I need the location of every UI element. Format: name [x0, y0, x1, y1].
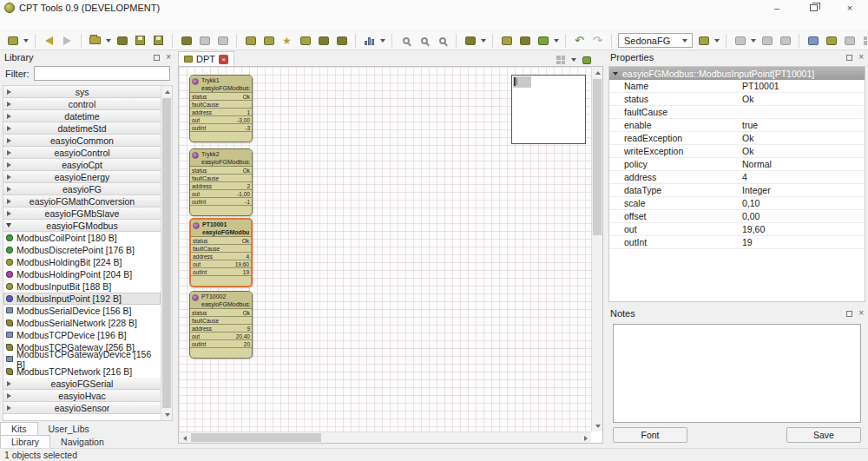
zoom-in-button[interactable] [397, 32, 415, 49]
transfer-button[interactable] [241, 32, 260, 49]
scroll-thumb[interactable] [191, 433, 321, 442]
library-item[interactable]: ModbusInputBit [188 B] [3, 280, 161, 293]
library-item[interactable]: ModbusTCPGatewayDevice [156 B] [3, 353, 161, 366]
property-row[interactable]: writeException Ok [609, 145, 865, 158]
scroll-up-icon[interactable] [161, 86, 173, 97]
document-tab-dpt[interactable]: DPT × [178, 51, 234, 66]
edit-button[interactable] [195, 32, 214, 49]
property-row[interactable]: enable true [609, 119, 865, 132]
link-add-button[interactable] [534, 32, 552, 49]
library-item[interactable]: ModbusCoilPoint [180 B] [3, 232, 161, 244]
close-button[interactable]: × [832, 0, 868, 16]
refresh-button[interactable] [731, 32, 749, 49]
cloud-button[interactable] [332, 32, 351, 49]
unlink-button[interactable] [516, 32, 534, 49]
scroll-down-icon[interactable] [161, 409, 173, 420]
back-button[interactable] [40, 32, 58, 49]
function-block-trykk1[interactable]: Trykk1 easyioFGModbus::M statusOkfaultCa… [189, 75, 253, 142]
actual-size-button[interactable] [840, 32, 858, 49]
function-block-trykk2[interactable]: Trykk2 easyioFGModbus::M statusOkfaultCa… [189, 148, 253, 216]
property-row[interactable]: out 19,60 [609, 223, 865, 236]
function-block-pt10001[interactable]: PT10001 easyioFGModbus: statusOkfaultCau… [189, 218, 253, 287]
library-group[interactable]: easyioControl [3, 147, 161, 159]
library-group[interactable]: datetimeStd [3, 122, 161, 135]
clean-button[interactable] [776, 32, 794, 49]
refresh-kits-button[interactable] [296, 32, 314, 49]
new-drawing-caret-icon[interactable] [23, 39, 29, 43]
property-row[interactable]: offset 0,00 [609, 210, 865, 223]
close-tab-icon[interactable]: × [219, 55, 228, 64]
download-button[interactable] [822, 32, 840, 49]
save-notes-button[interactable]: Save [786, 427, 861, 443]
scroll-thumb[interactable] [593, 79, 602, 235]
library-scrollbar[interactable] [161, 86, 172, 420]
scroll-right-icon[interactable] [580, 432, 591, 444]
library-item[interactable]: ModbusHoldingPoint [204 B] [3, 268, 161, 280]
notes-textarea[interactable] [613, 324, 861, 423]
scroll-up-icon[interactable] [592, 67, 603, 78]
new-drawing-button[interactable] [3, 32, 22, 49]
refresh-caret-icon[interactable] [751, 39, 756, 43]
library-group[interactable]: easyioSensor [3, 402, 161, 414]
property-row[interactable]: policy Normal [609, 158, 865, 171]
wiresheet-canvas[interactable]: Trykk1 easyioFGModbus::M statusOkfaultCa… [179, 67, 591, 431]
canvas-mode-icon[interactable] [582, 56, 591, 64]
library-group[interactable]: easyioCpt [3, 159, 161, 171]
library-group[interactable]: easyioHvac [3, 390, 161, 402]
device-kit-select[interactable]: SedonaFG [618, 33, 693, 48]
open-button[interactable] [86, 32, 104, 49]
library-group[interactable]: easyioEnergy [3, 171, 161, 183]
canvas-vertical-scrollbar[interactable] [591, 67, 602, 431]
float-panel-icon[interactable] [846, 55, 852, 61]
side-panel-tab[interactable]: Library [0, 435, 50, 448]
library-group[interactable]: easyioFGMbSlave [3, 207, 161, 220]
property-row[interactable]: outInt 19 [609, 236, 865, 249]
library-item[interactable]: ModbusSerialNetwork [228 B] [3, 317, 161, 329]
tools-caret-icon[interactable] [481, 39, 486, 43]
property-row[interactable]: address 4 [609, 171, 865, 184]
link-mode-button[interactable] [497, 32, 516, 49]
library-item[interactable]: ModbusTCPDevice [196 B] [3, 329, 161, 341]
canvas-options-caret-icon[interactable] [571, 58, 576, 62]
side-panel-tab[interactable]: Navigation [50, 435, 115, 448]
library-group[interactable]: control [3, 98, 161, 110]
canvas-options-icon[interactable] [556, 56, 565, 64]
canvas-horizontal-scrollbar[interactable] [179, 431, 591, 443]
float-panel-icon[interactable] [154, 55, 160, 61]
print-button[interactable] [214, 32, 232, 49]
library-group[interactable]: easyioFGSerial [3, 378, 161, 390]
undo-button[interactable] [570, 32, 589, 49]
tools-button[interactable] [461, 32, 479, 49]
library-subtab[interactable]: Kits [0, 422, 38, 435]
library-group[interactable]: easyioCommon [3, 135, 161, 147]
grid-button[interactable] [858, 32, 868, 49]
library-group[interactable]: easyioFGMathConversion [3, 195, 161, 207]
link-device-button[interactable] [177, 32, 195, 49]
minimize-button[interactable]: – [759, 0, 795, 16]
library-group[interactable]: datetime [3, 110, 161, 122]
library-group[interactable]: easyioFGModbus [3, 220, 161, 232]
save-button[interactable] [131, 32, 149, 49]
forward-button[interactable] [58, 32, 76, 49]
property-row[interactable]: status Ok [609, 93, 865, 106]
restore-button[interactable] [795, 0, 832, 16]
property-row[interactable]: Name PT10001 [609, 80, 865, 93]
library-item[interactable]: ModbusHoldingBit [224 B] [3, 256, 161, 268]
connect-button[interactable] [113, 32, 131, 49]
palette-button[interactable] [694, 32, 713, 49]
font-button[interactable]: Font [613, 427, 687, 443]
function-block-pt10002[interactable]: PT10002 easyioFGModbus::M statusOkfaultC… [189, 291, 253, 359]
property-row[interactable]: scale 0,10 [609, 197, 865, 210]
pencil-button[interactable] [804, 32, 822, 49]
property-row[interactable]: dataType Integer [609, 184, 865, 197]
property-row[interactable]: faultCause [609, 106, 865, 119]
library-group[interactable]: easyioFG [3, 183, 161, 195]
property-row[interactable]: readException Ok [609, 132, 865, 145]
selected-component-header[interactable]: easyioFGModbus::ModbusInputPoint[PT10001… [609, 67, 865, 80]
library-item[interactable]: ModbusDiscretePoint [176 B] [3, 244, 161, 256]
library-subtab[interactable]: User_Libs [38, 422, 100, 435]
library-item[interactable]: ModbusInputPoint [192 B] [3, 293, 161, 305]
filter-input[interactable] [34, 66, 171, 81]
scroll-left-icon[interactable] [179, 432, 190, 444]
chart-caret-icon[interactable] [380, 39, 385, 43]
